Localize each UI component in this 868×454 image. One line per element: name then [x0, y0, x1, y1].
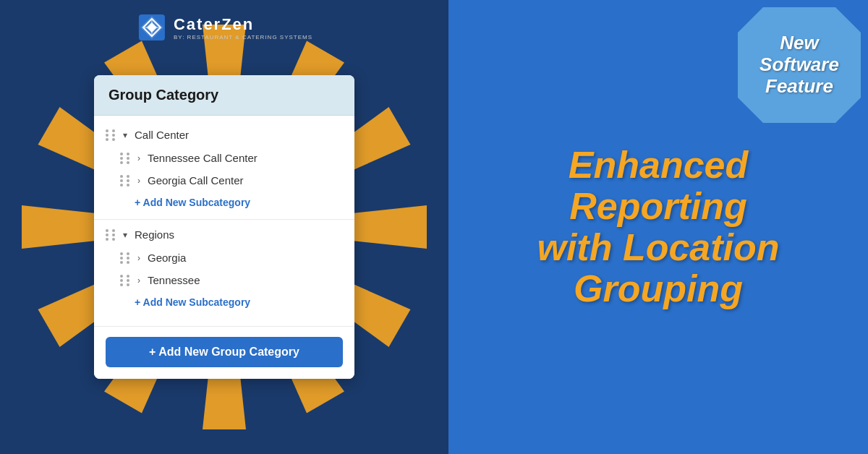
heading-line4: Grouping: [537, 268, 779, 309]
badge-line3: Feature: [760, 76, 839, 98]
logo-icon: [136, 12, 168, 43]
tn-call-center-label: Tennessee Call Center: [148, 152, 258, 164]
separator: [94, 219, 354, 220]
chevron-tn[interactable]: ›: [137, 153, 140, 163]
left-panel: CaterZen By: Restaurant & Catering Syste…: [0, 0, 448, 454]
badge-line2: Software: [760, 54, 839, 76]
drag-handle-tennessee[interactable]: [120, 275, 132, 286]
drag-handle-tn[interactable]: [120, 153, 132, 164]
chevron-georgia[interactable]: ›: [137, 253, 140, 263]
chevron-ga-cc[interactable]: ›: [137, 176, 140, 186]
drag-handle-georgia[interactable]: [120, 252, 132, 264]
group-call-center: ▾ Call Center › Tennessee Call Center: [94, 123, 354, 216]
add-subcategory-regions-row: + Add New Subcategory: [94, 291, 354, 316]
regions-label: Regions: [135, 228, 174, 241]
subcategory-row-georgia[interactable]: › Georgia: [94, 247, 354, 269]
subcategory-row-tennessee[interactable]: › Tennessee: [94, 269, 354, 291]
logo-name: CaterZen: [174, 15, 312, 34]
card-footer: + Add New Group Category: [94, 326, 354, 379]
subcategory-row-tn-call-center[interactable]: › Tennessee Call Center: [94, 147, 354, 169]
tennessee-label: Tennessee: [148, 274, 200, 286]
logo-text: CaterZen By: Restaurant & Catering Syste…: [174, 15, 312, 40]
georgia-label: Georgia: [148, 252, 186, 264]
logo-container: CaterZen By: Restaurant & Catering Syste…: [136, 12, 312, 43]
add-subcategory-regions-link[interactable]: + Add New Subcategory: [135, 296, 250, 308]
heading-line2: Reporting: [537, 186, 779, 227]
group-row-call-center[interactable]: ▾ Call Center: [94, 123, 354, 147]
chevron-tennessee[interactable]: ›: [137, 275, 140, 286]
logo-sub: By: Restaurant & Catering Systems: [174, 34, 312, 40]
main-heading: Enhanced Reporting with Location Groupin…: [522, 130, 793, 325]
chevron-call-center[interactable]: ▾: [123, 130, 127, 140]
ui-card: Group Category ▾ Call Center: [94, 75, 354, 379]
add-group-button[interactable]: + Add New Group Category: [106, 337, 343, 367]
heading-line1: Enhanced: [537, 145, 779, 186]
subcategory-row-ga-call-center[interactable]: › Georgia Call Center: [94, 169, 354, 192]
drag-handle-regions[interactable]: [106, 229, 117, 241]
card-header: Group Category: [94, 75, 354, 116]
group-regions: ▾ Regions › Georgia: [94, 223, 354, 316]
call-center-label: Call Center: [135, 129, 189, 141]
group-row-regions[interactable]: ▾ Regions: [94, 223, 354, 247]
drag-handle-ga-cc[interactable]: [120, 175, 132, 187]
ga-call-center-label: Georgia Call Center: [148, 174, 244, 187]
add-subcategory-call-center-link[interactable]: + Add New Subcategory: [135, 197, 250, 208]
drag-handle-call-center[interactable]: [106, 129, 117, 141]
card-body: ▾ Call Center › Tennessee Call Center: [94, 116, 354, 326]
right-panel: New Software Feature Enhanced Reporting …: [448, 0, 868, 454]
badge: New Software Feature: [738, 7, 861, 123]
badge-line1: New: [760, 33, 839, 54]
card-title: Group Category: [109, 87, 218, 103]
chevron-regions[interactable]: ▾: [123, 230, 127, 240]
add-subcategory-call-center-row: + Add New Subcategory: [94, 192, 354, 216]
heading-line3: with Location: [537, 227, 779, 268]
